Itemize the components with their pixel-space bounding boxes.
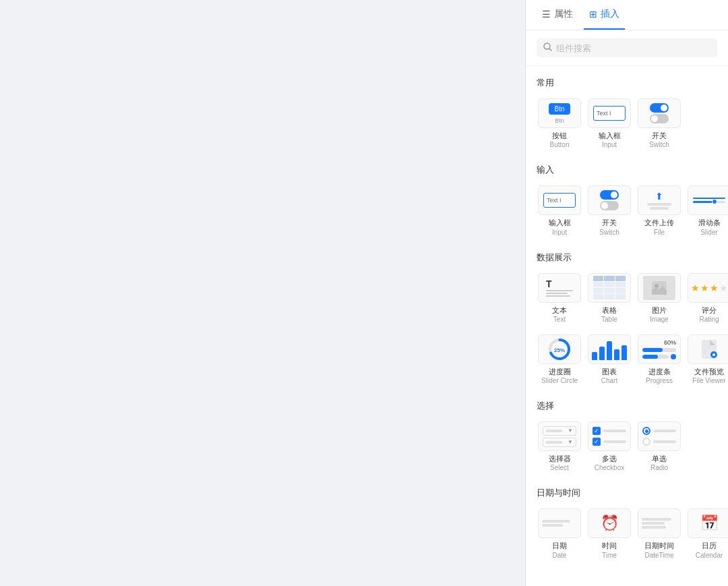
component-progress[interactable]: 60% 进度条 Progress [636,332,682,389]
image-label-en: Image [650,315,669,324]
file-label-cn: 文件上传 [644,218,674,227]
slider-circle-thumb: 25% [538,334,581,364]
component-select[interactable]: ▼ ▼ 选择器 Select [537,419,582,476]
tab-properties[interactable]: ☰ 属性 [537,0,578,30]
datetime-label-en: DateTime [645,551,674,560]
component-rating[interactable]: ★ ★ ★ ★ 评分 Rating [686,270,728,328]
slider-circle-label-en: Slider Circle [541,376,578,385]
component-image[interactable]: 图片 Image [636,270,682,328]
file-label-en: File [654,228,665,237]
canvas-area [0,0,526,586]
properties-icon: ☰ [542,9,551,20]
component-input-common[interactable]: Text I 输入框 Input [586,96,632,153]
component-slider[interactable]: 滑动条 Slider [686,183,728,240]
image-preview [643,276,675,300]
circle-preview: 25% [547,336,572,362]
slider-thumb [688,185,728,215]
switch2-label-en: Switch [599,228,619,237]
component-time[interactable]: ⏰ 时间 Time [586,506,632,563]
star-2: ★ [700,283,709,293]
section-datetime-grid: 日期 Date ⏰ 时间 Time [537,506,717,563]
svg-text:25%: 25% [554,347,565,353]
date-thumb [538,508,581,538]
text-label-en: Text [553,315,566,324]
tab-insert[interactable]: ⊞ 插入 [584,0,625,30]
date-label-cn: 日期 [552,541,567,550]
component-date[interactable]: 日期 Date [537,506,582,563]
tab-insert-label: 插入 [601,8,619,20]
checkbox-label-en: Checkbox [595,463,624,472]
time-label-en: Time [602,551,617,560]
component-checkbox[interactable]: ✓ ✓ 多选 Checkbox [586,419,632,476]
switch-common-label-en: Switch [649,140,669,149]
component-slider-circle[interactable]: 25% 进度圈 Slider Circle [537,332,582,389]
file-thumb: ⬆ [638,185,681,215]
section-common-title: 常用 [537,77,717,89]
bar-2 [599,347,605,360]
datetime-label-cn: 日期时间 [644,541,674,550]
search-input-wrap[interactable] [537,38,717,57]
rating-label-en: Rating [700,315,719,324]
time-label-cn: 时间 [602,541,617,550]
button-label-cn: 按钮 [552,131,567,140]
svg-point-3 [655,284,659,288]
component-input2[interactable]: Text I 输入框 Input [537,183,582,240]
slider-label-en: Slider [700,228,718,237]
file-viewer-label-en: File Viewer [692,376,725,385]
datetime-preview [642,518,677,529]
rating-thumb: ★ ★ ★ ★ [688,273,728,303]
table-preview [592,274,627,301]
component-button[interactable]: Btn Btn 按钮 Button [537,96,582,153]
section-datetime-title: 日期与时间 [537,487,717,499]
component-switch-common[interactable]: 开关 Switch [636,96,682,153]
file-viewer-label-cn: 文件预览 [694,367,724,376]
search-icon [543,42,552,53]
section-data-grid: T 文本 Text [537,270,717,390]
component-file-viewer[interactable]: 文件预览 File Viewer [686,332,728,389]
select-label-cn: 选择器 [549,454,571,463]
checkbox-label-cn: 多选 [602,454,617,463]
component-switch2[interactable]: 开关 Switch [586,183,632,240]
select-preview: ▼ ▼ [543,426,576,447]
time-thumb: ⏰ [588,508,631,538]
insert-icon: ⊞ [589,9,597,20]
star-3: ★ [710,283,719,293]
date-preview [542,520,577,527]
search-input[interactable] [556,43,710,53]
file-preview: ⬆ [647,191,671,210]
button-preview-label: Btn [555,117,564,124]
checkbox-preview: ✓ ✓ [593,427,626,446]
switch-common-thumb [638,98,681,128]
switch-preview [650,103,669,123]
radio-preview [642,427,676,446]
chart-preview [588,337,631,361]
svg-line-1 [549,49,551,51]
component-datetime[interactable]: 日期时间 DateTime [636,506,682,563]
radio-thumb [638,421,681,451]
section-select-grid: ▼ ▼ 选择器 Select ✓ [537,419,717,476]
slider-preview [693,198,725,203]
radio-label-cn: 单选 [652,454,667,463]
calendar-thumb: 📅 [688,508,728,538]
component-calendar[interactable]: 📅 日历 Calendar [686,506,728,563]
image-label-cn: 图片 [652,305,667,315]
bar-4 [614,349,619,360]
chart-thumb [588,334,631,364]
date-label-en: Date [552,551,566,560]
time-icon: ⏰ [601,515,619,532]
button-label-en: Button [550,140,570,149]
chart-label-en: Chart [601,376,617,385]
panel-tabs: ☰ 属性 ⊞ 插入 [526,0,728,30]
component-chart[interactable]: 图表 Chart [586,332,632,389]
file-viewer-thumb [688,334,728,364]
component-file[interactable]: ⬆ 文件上传 File [636,183,682,240]
component-text[interactable]: T 文本 Text [537,270,582,328]
slider-label-cn: 滑动条 [698,218,721,227]
file-viewer-icon [700,339,719,360]
input2-preview: Text I [543,193,576,208]
radio-label-en: Radio [650,463,668,472]
component-table[interactable]: 表格 Table [586,270,632,328]
component-radio[interactable]: 单选 Radio [636,419,682,476]
button-preview: Btn [549,103,570,115]
select-thumb: ▼ ▼ [538,421,581,451]
